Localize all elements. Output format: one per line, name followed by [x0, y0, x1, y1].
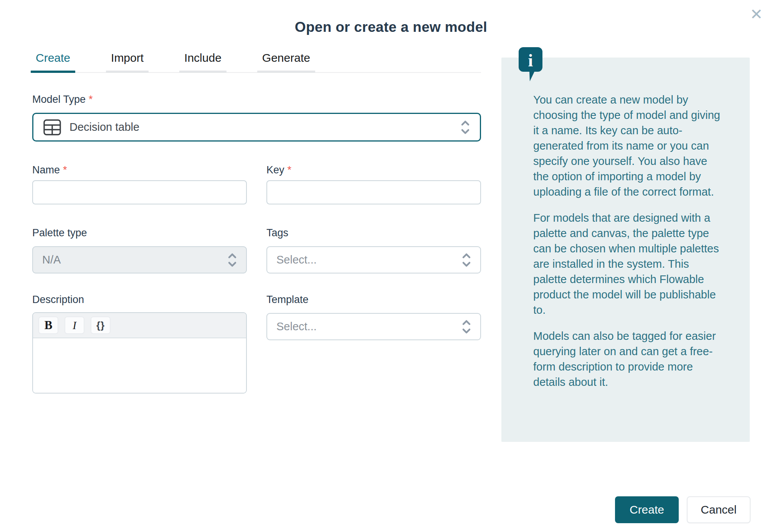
- description-label: Description: [32, 294, 84, 306]
- chevron-up-down-icon: [462, 253, 471, 267]
- tags-label: Tags: [266, 227, 288, 239]
- key-label: Key*: [266, 164, 291, 176]
- table-icon: [43, 119, 61, 135]
- tags-placeholder: Select...: [276, 254, 317, 266]
- name-label-text: Name: [32, 164, 60, 176]
- info-paragraph: Models can also be tagged for easier que…: [533, 328, 723, 390]
- tab-underline: [179, 71, 226, 73]
- model-type-value: Decision table: [69, 121, 139, 133]
- tab-create-label: Create: [36, 51, 70, 64]
- close-icon[interactable]: ✕: [747, 6, 765, 22]
- info-speech-bubble-icon: i: [518, 47, 543, 84]
- name-label: Name*: [32, 164, 67, 176]
- model-type-label-text: Model Type: [32, 94, 86, 105]
- model-type-select[interactable]: Decision table: [32, 113, 481, 142]
- chevron-up-down-icon: [228, 253, 237, 267]
- info-panel: You can create a new model by choosing t…: [501, 58, 750, 442]
- tags-select[interactable]: Select...: [266, 246, 481, 273]
- required-asterisk: *: [288, 164, 292, 176]
- bold-button[interactable]: B: [38, 316, 58, 334]
- tab-generate-label: Generate: [262, 51, 310, 64]
- tab-active-underline: [31, 71, 75, 73]
- template-placeholder: Select...: [276, 320, 317, 333]
- key-label-text: Key: [266, 164, 284, 176]
- cancel-button[interactable]: Cancel: [687, 496, 751, 523]
- palette-type-label: Palette type: [32, 227, 87, 239]
- info-paragraph: You can create a new model by choosing t…: [533, 92, 723, 199]
- svg-text:i: i: [528, 51, 533, 70]
- tab-include-label: Include: [184, 51, 222, 64]
- page-title: Open or create a new model: [0, 19, 782, 35]
- info-paragraph: For models that are designed with a pale…: [533, 210, 723, 318]
- description-textarea[interactable]: [33, 338, 246, 393]
- template-select[interactable]: Select...: [266, 313, 481, 340]
- template-label: Template: [266, 294, 309, 306]
- key-input[interactable]: [266, 180, 481, 204]
- chevron-up-down-icon: [461, 120, 470, 135]
- tab-create[interactable]: Create: [31, 51, 75, 72]
- tab-underline: [257, 71, 315, 73]
- name-input[interactable]: [32, 180, 247, 204]
- description-toolbar: B I {}: [33, 313, 246, 338]
- palette-type-select: N/A: [32, 246, 247, 273]
- code-braces-button[interactable]: {}: [91, 316, 111, 334]
- tab-include[interactable]: Include: [179, 51, 226, 72]
- description-editor: B I {}: [32, 312, 247, 394]
- model-type-label: Model Type*: [32, 94, 93, 105]
- required-asterisk: *: [89, 94, 93, 105]
- tab-generate[interactable]: Generate: [257, 51, 315, 72]
- tab-bar: Create Import Include Generate: [31, 51, 481, 73]
- tab-import[interactable]: Import: [106, 51, 149, 72]
- tab-import-label: Import: [111, 51, 144, 64]
- required-asterisk: *: [63, 164, 67, 176]
- chevron-up-down-icon: [462, 320, 471, 334]
- italic-button[interactable]: I: [64, 316, 84, 334]
- create-button[interactable]: Create: [615, 496, 679, 523]
- palette-type-value: N/A: [42, 254, 61, 266]
- tab-underline: [106, 71, 149, 73]
